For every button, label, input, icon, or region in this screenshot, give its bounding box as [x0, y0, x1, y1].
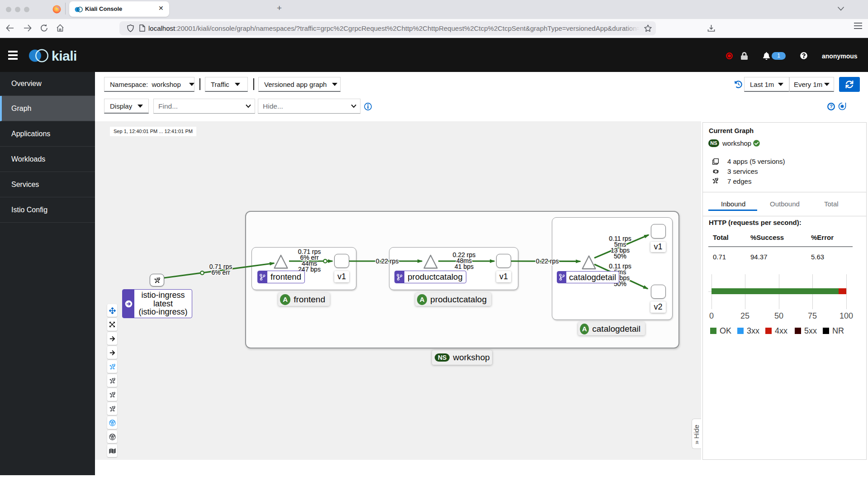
- svg-text:?: ?: [830, 104, 833, 109]
